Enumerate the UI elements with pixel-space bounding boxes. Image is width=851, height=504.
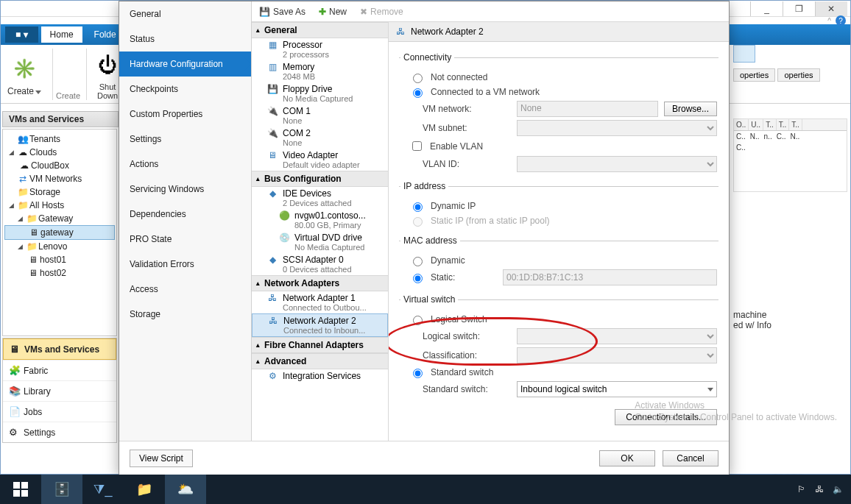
- hw-integration[interactable]: ⚙Integration Services: [252, 369, 388, 383]
- taskbar[interactable]: 🗄️ ⧩_ 📁 🌥️ 🏳 🖧 🔈: [0, 475, 851, 504]
- hw-video[interactable]: 🖥Video AdapterDefault video adapter: [252, 149, 388, 171]
- saveas-button[interactable]: 💾Save As: [256, 5, 308, 18]
- hw-ide[interactable]: ◆IDE Devices2 Devices attached: [252, 187, 388, 209]
- sidebar-item-status[interactable]: Status: [119, 26, 251, 52]
- maximize-button[interactable]: ❐: [783, 1, 815, 16]
- vlanid-select[interactable]: [517, 156, 717, 172]
- tree-lenovo[interactable]: ◢📁Lenovo: [4, 240, 115, 253]
- wb-fabric[interactable]: 🧩Fabric: [3, 360, 116, 380]
- mac-field[interactable]: [503, 269, 717, 285]
- sidebar-item-actions[interactable]: Actions: [119, 152, 251, 177]
- tree-storage[interactable]: 📁Storage: [4, 185, 115, 199]
- wb-settings[interactable]: ⚙Settings: [3, 422, 116, 442]
- dynamic-ip-radio[interactable]: [413, 202, 423, 212]
- vm-table[interactable]: O..U..T..T..T.. C..N..n..C..N.. C..: [733, 118, 847, 192]
- notconnected-radio[interactable]: [413, 74, 423, 83]
- tree-gateway-group[interactable]: ◢📁Gateway: [4, 212, 115, 225]
- ribbon-file[interactable]: ■ ▾: [5, 26, 38, 43]
- browse-button[interactable]: Browse...: [664, 102, 717, 116]
- table-header[interactable]: O..U..T..T..T..: [734, 119, 847, 131]
- tree-host02[interactable]: 🖥host02: [4, 266, 115, 280]
- new-button[interactable]: ✚New: [316, 5, 350, 18]
- properties-button-2[interactable]: operties: [777, 68, 819, 82]
- hw-hdr-advanced[interactable]: ▴Advanced: [252, 353, 388, 369]
- hw-na2[interactable]: 🖧Network Adapter 2Connected to Inboun...: [252, 313, 388, 337]
- standard-switch-select[interactable]: Inbound logical switch: [517, 381, 717, 397]
- close-button[interactable]: ✕: [815, 1, 847, 16]
- hw-disk[interactable]: 🟢nvgw01.contoso...80.00 GB, Primary: [252, 209, 388, 231]
- sidebar-item-pro[interactable]: PRO State: [119, 227, 251, 252]
- vmsubnet-select[interactable]: [517, 120, 717, 136]
- sidebar-item-settings[interactable]: Settings: [119, 127, 251, 152]
- hw-scsi[interactable]: ◆SCSI Adapter 00 Devices attached: [252, 253, 388, 275]
- tree-vmnetworks[interactable]: ⇄VM Networks: [4, 172, 115, 185]
- sidebar-item-hwconfig[interactable]: Hardware Configuration: [119, 52, 251, 77]
- main-window: tion... _ ❐ ✕ ^ ? ■ ▾ Home Folde ✳️ Crea…: [0, 0, 851, 475]
- view-script-button[interactable]: View Script: [130, 450, 193, 467]
- nic-icon: 🖧: [267, 316, 279, 326]
- wb-vms[interactable]: 🖥VMs and Services: [3, 338, 116, 360]
- wb-library[interactable]: 📚Library: [3, 380, 116, 401]
- minimize-button[interactable]: _: [750, 1, 783, 16]
- sidebar-item-general[interactable]: General: [119, 1, 251, 26]
- tray-volume-icon[interactable]: 🔈: [833, 484, 844, 494]
- taskbar-powershell[interactable]: ⧩_: [82, 475, 124, 504]
- ok-button[interactable]: OK: [599, 450, 655, 466]
- standard-switch-radio[interactable]: [413, 369, 423, 378]
- ribbon-tab-home[interactable]: Home: [41, 26, 82, 43]
- hw-hdr-bus[interactable]: ▴Bus Configuration: [252, 171, 388, 187]
- classification-select[interactable]: [517, 347, 717, 363]
- connected-radio[interactable]: [413, 88, 423, 98]
- hw-hdr-netadapters[interactable]: ▴Network Adapters: [252, 275, 388, 291]
- tree-clouds[interactable]: ◢☁Clouds: [4, 146, 115, 159]
- hw-dvd[interactable]: 💿Virtual DVD driveNo Media Captured: [252, 231, 388, 253]
- taskbar-server-manager[interactable]: 🗄️: [41, 475, 82, 504]
- connection-details-button[interactable]: Connection details...: [615, 409, 717, 425]
- start-button[interactable]: [0, 475, 41, 504]
- tree-tenants[interactable]: 👥Tenants: [4, 132, 115, 146]
- tree-gateway-node[interactable]: 🖥gateway: [4, 225, 115, 240]
- tree-host01[interactable]: 🖥host01: [4, 253, 115, 266]
- remove-button[interactable]: ✖Remove: [357, 5, 406, 18]
- sidebar-item-deps[interactable]: Dependencies: [119, 202, 251, 227]
- static-mac-radio[interactable]: [413, 274, 423, 283]
- tray-flag-icon[interactable]: 🏳: [797, 484, 806, 494]
- sidebar-item-storage[interactable]: Storage: [119, 302, 251, 327]
- help-icon[interactable]: ?: [836, 15, 846, 26]
- chevron-down-icon: [707, 388, 713, 391]
- navigation-tree[interactable]: 👥Tenants ◢☁Clouds ☁CloudBox ⇄VM Networks…: [2, 129, 117, 336]
- dynamic-mac-radio[interactable]: [413, 257, 423, 266]
- logical-switch-select[interactable]: [517, 328, 717, 344]
- static-ip-radio[interactable]: [413, 217, 423, 227]
- hw-memory[interactable]: ▥Memory2048 MB: [252, 60, 388, 82]
- taskbar-vmm[interactable]: 🌥️: [165, 475, 206, 504]
- logical-switch-radio[interactable]: [413, 316, 423, 325]
- table-row[interactable]: C..: [734, 142, 847, 153]
- server-icon: 🖥: [27, 268, 40, 278]
- tree-allhosts[interactable]: ◢📁All Hosts: [4, 199, 115, 212]
- sidebar-item-access[interactable]: Access: [119, 277, 251, 302]
- tray-network-icon[interactable]: 🖧: [815, 484, 824, 494]
- hw-processor[interactable]: ▦Processor2 processors: [252, 38, 388, 60]
- hw-hdr-fc[interactable]: ▴Fibre Channel Adapters: [252, 337, 388, 353]
- sidebar-item-custom[interactable]: Custom Properties: [119, 102, 251, 127]
- tree-cloudbox[interactable]: ☁CloudBox: [4, 159, 115, 172]
- properties-button-1[interactable]: operties: [733, 68, 775, 82]
- tray[interactable]: 🏳 🖧 🔈: [797, 484, 851, 494]
- cancel-button[interactable]: Cancel: [663, 450, 718, 466]
- table-row[interactable]: C..N..n..C..N..: [734, 131, 847, 142]
- hw-na1[interactable]: 🖧Network Adapter 1Connected to Outbou...: [252, 291, 388, 313]
- create-button[interactable]: ✳️ Create: [7, 52, 42, 96]
- enable-vlan-checkbox[interactable]: [412, 141, 422, 151]
- powershell-icon: ⧩_: [93, 482, 112, 497]
- taskbar-explorer[interactable]: 📁: [124, 475, 165, 504]
- hardware-tree[interactable]: ▴General ▦Processor2 processors ▥Memory2…: [252, 22, 389, 441]
- sidebar-item-checkpoints[interactable]: Checkpoints: [119, 77, 251, 102]
- sidebar-item-valerr[interactable]: Validation Errors: [119, 252, 251, 277]
- hw-hdr-general[interactable]: ▴General: [252, 22, 388, 38]
- sidebar-item-svcwin[interactable]: Servicing Windows: [119, 177, 251, 202]
- hw-com2[interactable]: 🔌COM 2None: [252, 127, 388, 149]
- hw-com1[interactable]: 🔌COM 1None: [252, 104, 388, 127]
- hw-floppy[interactable]: 💾Floppy DriveNo Media Captured: [252, 82, 388, 104]
- wb-jobs[interactable]: 📄Jobs: [3, 401, 116, 422]
